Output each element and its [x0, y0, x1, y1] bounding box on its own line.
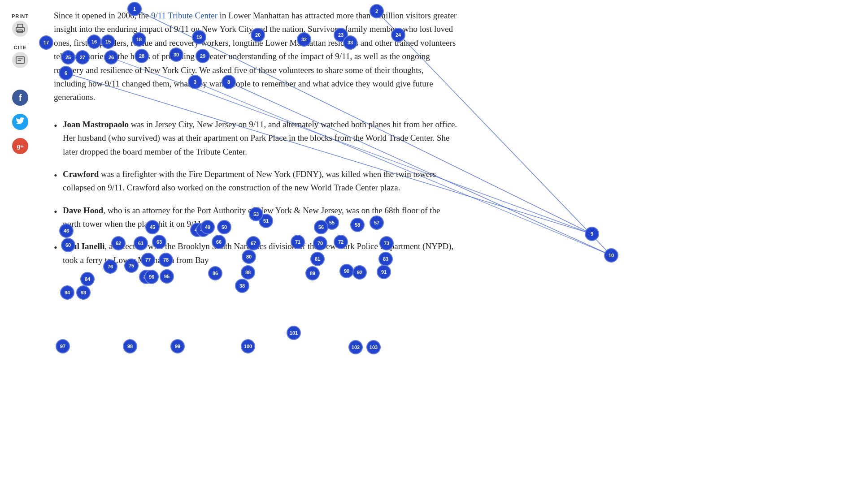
list-item: Dave Hood, who is an attorney for the Po… — [54, 204, 457, 231]
person-name-1: Joan Mastropaolo — [63, 120, 129, 129]
sidebar-facebook[interactable]: f — [12, 90, 28, 106]
list-item: Joan Mastropaolo was in Jersey City, New… — [54, 118, 457, 159]
person-desc-3: , who is an attorney for the Port Author… — [63, 206, 440, 228]
article-body: Since it opened in 2006, the 9/11 Tribut… — [54, 9, 457, 267]
print-icon — [12, 21, 28, 37]
googleplus-icon: g+ — [12, 138, 28, 154]
list-item: Crawford was a firefighter with the Fire… — [54, 168, 457, 195]
person-name-2: Crawford — [63, 169, 99, 179]
sidebar-cite[interactable]: CITE — [12, 45, 28, 68]
bullet-list: Joan Mastropaolo was in Jersey City, New… — [54, 118, 457, 267]
node-97: 97 — [56, 339, 70, 353]
person-desc-4: , a detective with the Brooklyn South Na… — [63, 241, 453, 264]
sidebar-print[interactable]: PRINT — [12, 13, 29, 37]
node-98: 98 — [123, 339, 137, 353]
article-intro: Since it opened in 2006, the 9/11 Tribut… — [54, 9, 457, 104]
person-desc-2: was a firefighter with the Fire Departme… — [63, 169, 436, 192]
node-101: 101 — [287, 326, 301, 340]
person-name-3: Dave Hood — [63, 206, 103, 215]
twitter-icon — [12, 114, 28, 130]
node-100: 100 — [241, 339, 255, 353]
cite-icon — [12, 52, 28, 68]
print-label: PRINT — [12, 13, 29, 19]
tribute-center-link[interactable]: 9/11 Tribute Center — [151, 11, 217, 20]
svg-rect-6 — [18, 24, 23, 27]
node-99: 99 — [170, 339, 185, 353]
person-name-4: Paul Ianelli — [63, 241, 104, 251]
node-94: 94 — [60, 285, 74, 300]
list-item: Paul Ianelli, a detective with the Brook… — [54, 240, 457, 267]
facebook-icon: f — [12, 90, 28, 106]
node-102: 102 — [348, 340, 363, 354]
main-content: Since it opened in 2006, the 9/11 Tribut… — [40, 0, 861, 285]
cite-label: CITE — [13, 45, 26, 50]
node-93: 93 — [76, 285, 91, 300]
node-103: 103 — [366, 340, 381, 354]
sidebar-googleplus[interactable]: g+ — [12, 138, 28, 154]
sidebar: PRINT CITE f g+ — [0, 0, 40, 504]
sidebar-twitter[interactable] — [12, 114, 28, 130]
